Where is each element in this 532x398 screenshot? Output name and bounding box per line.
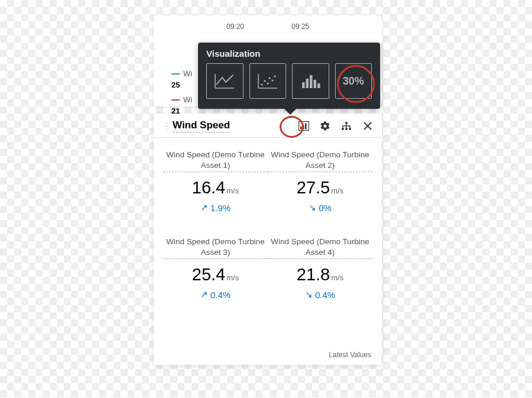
time-tick: 09:20 bbox=[226, 22, 244, 31]
visualization-icon[interactable] bbox=[298, 120, 310, 132]
widget-header: ⋮⋮ Wind Speed bbox=[154, 114, 382, 138]
metric-value: 27.5 bbox=[297, 178, 330, 197]
hierarchy-icon[interactable] bbox=[340, 120, 352, 132]
metric-label: Wind Speed (Demo Turbine Asset 1) bbox=[163, 150, 268, 172]
metric-trend: ↘0% bbox=[268, 202, 372, 213]
legend-row: Wi bbox=[171, 95, 193, 105]
svg-point-4 bbox=[345, 122, 348, 124]
widget-footer-label: Latest Values bbox=[329, 351, 371, 359]
metrics-grid: Wind Speed (Demo Turbine Asset 1) 16.4m/… bbox=[154, 138, 382, 300]
svg-rect-2 bbox=[303, 125, 304, 130]
svg-rect-16 bbox=[310, 75, 313, 88]
legend: Wi 25 Wi 21 bbox=[171, 69, 193, 118]
metric-unit: m/s bbox=[226, 186, 239, 195]
legend-row: Wi bbox=[171, 69, 193, 79]
viz-scatter-button[interactable] bbox=[249, 63, 287, 99]
legend-swatch bbox=[171, 99, 180, 101]
metric-cell: Wind Speed (Demo Turbine Asset 2) 27.5m/… bbox=[268, 150, 372, 213]
svg-point-6 bbox=[345, 128, 348, 130]
arrow-up-icon: ↗ bbox=[200, 289, 208, 300]
metric-trend: ↗0.4% bbox=[163, 289, 268, 300]
wind-speed-widget: ⋮⋮ Wind Speed bbox=[154, 114, 382, 365]
metric-cell: Wind Speed (Demo Turbine Asset 3) 25.4m/… bbox=[163, 237, 268, 300]
drag-handle-icon[interactable]: ⋮⋮ bbox=[162, 121, 168, 132]
metric-label: Wind Speed (Demo Turbine Asset 3) bbox=[163, 237, 268, 259]
viz-kpi-button[interactable]: 30% bbox=[335, 63, 372, 99]
metric-trend: ↗1.9% bbox=[163, 202, 268, 213]
svg-point-12 bbox=[271, 79, 273, 81]
close-icon[interactable] bbox=[362, 120, 374, 132]
metric-value: 21.8 bbox=[297, 265, 330, 284]
svg-rect-18 bbox=[317, 83, 320, 88]
popover-title: Visualization bbox=[206, 48, 372, 59]
svg-point-9 bbox=[264, 80, 265, 82]
metric-value: 25.4 bbox=[192, 265, 225, 284]
arrow-up-icon: ↗ bbox=[200, 202, 208, 213]
legend-swatch bbox=[171, 73, 180, 75]
arrow-down-icon: ↘ bbox=[305, 289, 313, 300]
metric-unit: m/s bbox=[331, 273, 343, 282]
viz-bar-button[interactable] bbox=[292, 63, 329, 99]
widget-title[interactable]: Wind Speed bbox=[173, 119, 230, 132]
metric-trend: ↘0.4% bbox=[268, 289, 372, 300]
svg-point-8 bbox=[261, 83, 262, 85]
svg-point-5 bbox=[342, 128, 344, 130]
metric-label: Wind Speed (Demo Turbine Asset 4) bbox=[268, 237, 372, 259]
metric-cell: Wind Speed (Demo Turbine Asset 1) 16.4m/… bbox=[163, 150, 268, 213]
svg-point-10 bbox=[267, 82, 268, 84]
svg-point-7 bbox=[349, 128, 351, 130]
legend-label: Wi bbox=[183, 95, 192, 105]
legend-value: 25 bbox=[171, 80, 180, 90]
viz-line-button[interactable] bbox=[206, 63, 244, 99]
metric-label: Wind Speed (Demo Turbine Asset 2) bbox=[268, 150, 372, 172]
svg-point-11 bbox=[268, 77, 270, 79]
svg-rect-17 bbox=[314, 80, 317, 88]
gear-icon[interactable] bbox=[319, 120, 331, 132]
time-axis: 09:20 09:25 bbox=[154, 22, 382, 31]
metric-unit: m/s bbox=[226, 273, 239, 282]
metric-value: 16.4 bbox=[192, 178, 225, 197]
svg-rect-1 bbox=[300, 127, 302, 130]
svg-point-13 bbox=[274, 75, 275, 77]
visualization-popover: Visualization 30% bbox=[198, 43, 380, 109]
svg-rect-3 bbox=[305, 124, 307, 130]
legend-label: Wi bbox=[183, 69, 192, 79]
svg-rect-14 bbox=[302, 82, 305, 88]
metric-cell: Wind Speed (Demo Turbine Asset 4) 21.8m/… bbox=[268, 237, 372, 300]
kpi-label: 30% bbox=[343, 75, 364, 88]
arrow-down-icon: ↘ bbox=[309, 202, 316, 213]
metric-unit: m/s bbox=[331, 186, 343, 195]
time-tick: 09:25 bbox=[291, 22, 309, 31]
svg-rect-15 bbox=[306, 79, 309, 88]
